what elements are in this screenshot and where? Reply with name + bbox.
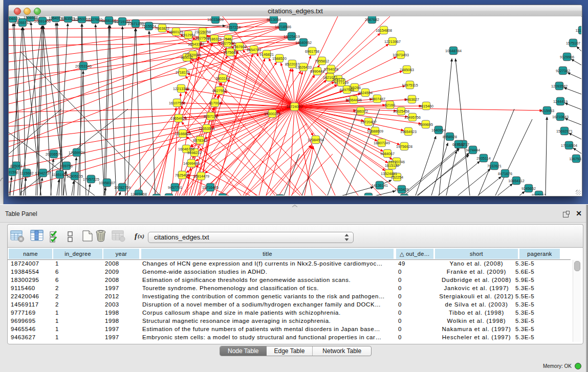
svg-text:11451941: 11451941 bbox=[52, 172, 68, 177]
svg-text:5498222: 5498222 bbox=[187, 150, 202, 155]
svg-text:14055713: 14055713 bbox=[14, 20, 31, 25]
svg-text:252254: 252254 bbox=[391, 175, 403, 180]
svg-text:8813054: 8813054 bbox=[267, 17, 281, 22]
svg-text:14136141: 14136141 bbox=[372, 183, 388, 188]
svg-text:9146821: 9146821 bbox=[259, 52, 274, 57]
svg-text:17942737: 17942737 bbox=[35, 171, 51, 176]
svg-text:13325419: 13325419 bbox=[284, 34, 300, 39]
svg-text:19218586: 19218586 bbox=[275, 25, 291, 29]
svg-text:1615132: 1615132 bbox=[385, 163, 399, 168]
svg-text:20206576: 20206576 bbox=[46, 152, 62, 157]
svg-text:13626433: 13626433 bbox=[295, 65, 312, 70]
svg-text:7485063: 7485063 bbox=[400, 68, 414, 72]
svg-text:23226058: 23226058 bbox=[194, 30, 211, 34]
svg-text:9777169: 9777169 bbox=[334, 80, 349, 85]
svg-text:2367608: 2367608 bbox=[232, 45, 247, 49]
svg-text:12213389: 12213389 bbox=[173, 86, 189, 91]
svg-text:1092369: 1092369 bbox=[162, 195, 176, 196]
svg-text:3215953: 3215953 bbox=[540, 108, 554, 113]
svg-text:18640952: 18640952 bbox=[295, 40, 312, 45]
svg-text:12923468: 12923468 bbox=[130, 192, 147, 196]
svg-text:989012: 989012 bbox=[181, 55, 193, 60]
svg-text:19756928: 19756928 bbox=[396, 144, 412, 149]
svg-text:1588520: 1588520 bbox=[272, 56, 287, 61]
svg-text:10958107: 10958107 bbox=[99, 181, 115, 185]
svg-text:16107552: 16107552 bbox=[169, 101, 185, 105]
svg-text:2718176: 2718176 bbox=[176, 70, 190, 75]
svg-text:20364436: 20364436 bbox=[345, 98, 362, 102]
svg-text:1640954: 1640954 bbox=[431, 128, 446, 133]
svg-text:16210643: 16210643 bbox=[552, 115, 569, 119]
svg-text:15495756: 15495756 bbox=[404, 115, 421, 120]
svg-text:10025458: 10025458 bbox=[393, 109, 409, 114]
svg-text:10654112: 10654112 bbox=[508, 179, 524, 183]
svg-text:9129966: 9129966 bbox=[560, 55, 574, 59]
svg-text:16914479: 16914479 bbox=[193, 174, 209, 179]
svg-text:2935114: 2935114 bbox=[476, 156, 490, 161]
svg-text:9227342: 9227342 bbox=[556, 69, 570, 73]
svg-text:2803144: 2803144 bbox=[215, 76, 230, 81]
svg-text:20053346: 20053346 bbox=[75, 64, 92, 69]
svg-text:12905135: 12905135 bbox=[67, 174, 83, 179]
svg-text:9245652: 9245652 bbox=[521, 186, 536, 191]
svg-text:7625402: 7625402 bbox=[175, 173, 189, 178]
svg-text:19654925: 19654925 bbox=[170, 116, 187, 121]
svg-text:6794028: 6794028 bbox=[324, 67, 338, 72]
svg-text:8186328: 8186328 bbox=[207, 37, 222, 41]
svg-text:15716485: 15716485 bbox=[202, 185, 219, 190]
svg-text:8454749: 8454749 bbox=[247, 48, 261, 52]
svg-text:16033809: 16033809 bbox=[207, 17, 224, 22]
svg-text:391591: 391591 bbox=[9, 170, 18, 174]
svg-text:1063525: 1063525 bbox=[61, 16, 75, 21]
svg-text:12975115: 12975115 bbox=[402, 83, 418, 87]
svg-text:1575107: 1575107 bbox=[566, 41, 580, 46]
svg-text:2087682: 2087682 bbox=[365, 17, 379, 22]
svg-text:6961758: 6961758 bbox=[305, 49, 319, 54]
svg-text:8471676: 8471676 bbox=[498, 171, 512, 176]
svg-text:12384554: 12384554 bbox=[308, 138, 324, 142]
svg-text:12093582: 12093582 bbox=[551, 84, 568, 89]
svg-text:9474444: 9474444 bbox=[466, 148, 480, 152]
svg-text:15692971: 15692971 bbox=[556, 129, 573, 134]
svg-text:15300275: 15300275 bbox=[264, 112, 280, 116]
svg-text:7955812: 7955812 bbox=[315, 59, 329, 63]
svg-text:9245012: 9245012 bbox=[532, 193, 546, 196]
svg-text:1733426: 1733426 bbox=[395, 187, 409, 192]
svg-text:7386372: 7386372 bbox=[354, 109, 368, 114]
svg-text:18724007: 18724007 bbox=[287, 104, 303, 109]
svg-text:17957225: 17957225 bbox=[83, 177, 99, 182]
svg-text:1244419: 1244419 bbox=[553, 99, 568, 104]
svg-text:15720407: 15720407 bbox=[360, 120, 377, 124]
svg-text:9815460: 9815460 bbox=[419, 104, 433, 108]
svg-text:19166825: 19166825 bbox=[175, 132, 191, 136]
svg-text:8912954: 8912954 bbox=[181, 33, 195, 37]
svg-text:6497568: 6497568 bbox=[340, 87, 354, 92]
svg-text:11353594: 11353594 bbox=[199, 126, 214, 131]
svg-text:(x): (x) bbox=[138, 233, 144, 239]
svg-text:9084067: 9084067 bbox=[380, 151, 395, 156]
svg-text:7515524: 7515524 bbox=[142, 24, 156, 29]
svg-text:1527602: 1527602 bbox=[88, 17, 102, 22]
svg-text:10688609: 10688609 bbox=[367, 129, 383, 134]
svg-text:9699695: 9699695 bbox=[419, 122, 433, 127]
svg-text:1167533: 1167533 bbox=[569, 157, 581, 161]
svg-text:9463627: 9463627 bbox=[405, 97, 419, 102]
svg-text:8267130: 8267130 bbox=[204, 114, 218, 119]
svg-text:7357224: 7357224 bbox=[226, 25, 241, 30]
svg-text:10973493: 10973493 bbox=[393, 53, 409, 57]
svg-text:19384554: 19384554 bbox=[360, 195, 377, 196]
svg-text:62160: 62160 bbox=[385, 103, 395, 107]
svg-text:835061: 835061 bbox=[10, 164, 23, 168]
svg-text:16154808: 16154808 bbox=[376, 28, 392, 33]
svg-text:8878342: 8878342 bbox=[193, 138, 207, 143]
svg-text:10807487: 10807487 bbox=[369, 97, 385, 101]
svg-text:687512: 687512 bbox=[452, 142, 465, 147]
svg-text:10648784: 10648784 bbox=[445, 49, 462, 53]
svg-text:939756: 939756 bbox=[60, 164, 73, 168]
svg-text:1112233: 1112233 bbox=[576, 28, 581, 33]
svg-text:3624554: 3624554 bbox=[358, 91, 373, 95]
svg-text:6990448: 6990448 bbox=[310, 69, 324, 74]
svg-text:7632621: 7632621 bbox=[487, 164, 502, 168]
svg-text:14099489: 14099489 bbox=[183, 161, 200, 166]
svg-text:12213967: 12213967 bbox=[384, 39, 401, 44]
